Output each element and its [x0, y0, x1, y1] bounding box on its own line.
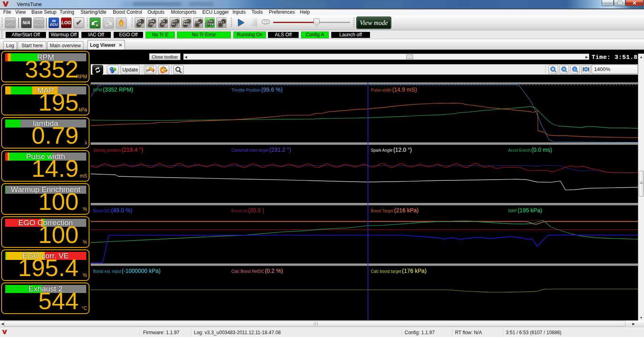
svg-text:1: 1 — [574, 67, 576, 71]
